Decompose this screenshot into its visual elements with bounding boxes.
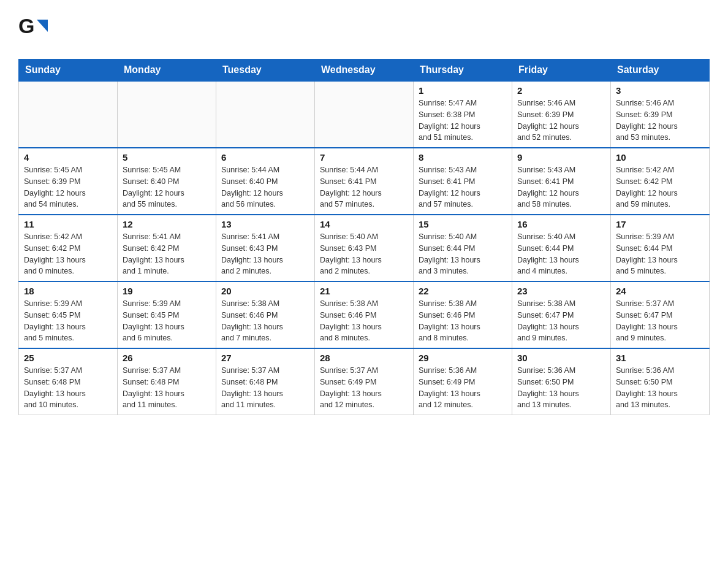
day-number: 31 bbox=[616, 353, 704, 363]
day-number: 26 bbox=[123, 353, 211, 363]
calendar-cell: 5Sunrise: 5:45 AMSunset: 6:40 PMDaylight… bbox=[118, 148, 216, 215]
day-number: 8 bbox=[419, 152, 507, 163]
logo: G bbox=[18, 12, 51, 47]
day-number: 1 bbox=[419, 85, 507, 96]
day-number: 14 bbox=[320, 219, 408, 229]
day-number: 9 bbox=[517, 152, 605, 163]
calendar-cell: 18Sunrise: 5:39 AMSunset: 6:45 PMDayligh… bbox=[19, 282, 118, 348]
column-header-tuesday: Tuesday bbox=[216, 59, 315, 82]
day-number: 23 bbox=[517, 286, 605, 296]
day-info: Sunrise: 5:37 AMSunset: 6:47 PMDaylight:… bbox=[616, 298, 704, 344]
day-info: Sunrise: 5:38 AMSunset: 6:47 PMDaylight:… bbox=[517, 298, 605, 344]
day-number: 29 bbox=[419, 353, 507, 363]
calendar-cell bbox=[315, 81, 414, 148]
day-info: Sunrise: 5:37 AMSunset: 6:48 PMDaylight:… bbox=[24, 365, 112, 411]
day-number: 25 bbox=[24, 353, 112, 363]
calendar-cell: 15Sunrise: 5:40 AMSunset: 6:44 PMDayligh… bbox=[414, 215, 512, 282]
day-info: Sunrise: 5:38 AMSunset: 6:46 PMDaylight:… bbox=[221, 298, 309, 344]
day-number: 7 bbox=[320, 152, 408, 163]
calendar-cell: 24Sunrise: 5:37 AMSunset: 6:47 PMDayligh… bbox=[611, 282, 710, 348]
calendar-cell: 10Sunrise: 5:42 AMSunset: 6:42 PMDayligh… bbox=[611, 148, 710, 215]
day-info: Sunrise: 5:43 AMSunset: 6:41 PMDaylight:… bbox=[419, 164, 507, 210]
calendar-cell: 12Sunrise: 5:41 AMSunset: 6:42 PMDayligh… bbox=[118, 215, 216, 282]
day-info: Sunrise: 5:45 AMSunset: 6:39 PMDaylight:… bbox=[24, 164, 112, 210]
day-number: 13 bbox=[221, 219, 309, 229]
day-number: 3 bbox=[616, 85, 704, 96]
day-number: 6 bbox=[221, 152, 309, 163]
day-number: 19 bbox=[123, 286, 211, 296]
calendar-cell: 1Sunrise: 5:47 AMSunset: 6:38 PMDaylight… bbox=[414, 81, 512, 148]
day-info: Sunrise: 5:46 AMSunset: 6:39 PMDaylight:… bbox=[616, 98, 704, 144]
calendar-cell: 3Sunrise: 5:46 AMSunset: 6:39 PMDaylight… bbox=[611, 81, 710, 148]
calendar-cell: 14Sunrise: 5:40 AMSunset: 6:43 PMDayligh… bbox=[315, 215, 414, 282]
calendar-cell bbox=[118, 81, 216, 148]
calendar-cell: 31Sunrise: 5:36 AMSunset: 6:50 PMDayligh… bbox=[611, 348, 710, 415]
logo-icon: G bbox=[18, 12, 48, 47]
day-info: Sunrise: 5:41 AMSunset: 6:43 PMDaylight:… bbox=[221, 231, 309, 277]
day-number: 27 bbox=[221, 353, 309, 363]
calendar-cell: 21Sunrise: 5:38 AMSunset: 6:46 PMDayligh… bbox=[315, 282, 414, 348]
calendar-cell: 20Sunrise: 5:38 AMSunset: 6:46 PMDayligh… bbox=[216, 282, 315, 348]
svg-marker-1 bbox=[37, 20, 48, 32]
day-info: Sunrise: 5:37 AMSunset: 6:48 PMDaylight:… bbox=[123, 365, 211, 411]
day-number: 16 bbox=[517, 219, 605, 229]
day-info: Sunrise: 5:42 AMSunset: 6:42 PMDaylight:… bbox=[24, 231, 112, 277]
calendar-cell bbox=[19, 81, 118, 148]
day-info: Sunrise: 5:40 AMSunset: 6:44 PMDaylight:… bbox=[517, 231, 605, 277]
week-row-1: 1Sunrise: 5:47 AMSunset: 6:38 PMDaylight… bbox=[19, 81, 710, 148]
day-number: 20 bbox=[221, 286, 309, 296]
calendar-cell: 4Sunrise: 5:45 AMSunset: 6:39 PMDaylight… bbox=[19, 148, 118, 215]
day-info: Sunrise: 5:47 AMSunset: 6:38 PMDaylight:… bbox=[419, 98, 507, 144]
day-number: 2 bbox=[517, 85, 605, 96]
day-info: Sunrise: 5:44 AMSunset: 6:41 PMDaylight:… bbox=[320, 164, 408, 210]
column-header-friday: Friday bbox=[512, 59, 611, 82]
day-info: Sunrise: 5:39 AMSunset: 6:44 PMDaylight:… bbox=[616, 231, 704, 277]
day-info: Sunrise: 5:38 AMSunset: 6:46 PMDaylight:… bbox=[320, 298, 408, 344]
calendar-cell: 19Sunrise: 5:39 AMSunset: 6:45 PMDayligh… bbox=[118, 282, 216, 348]
svg-text:G: G bbox=[18, 14, 34, 37]
week-row-3: 11Sunrise: 5:42 AMSunset: 6:42 PMDayligh… bbox=[19, 215, 710, 282]
column-header-monday: Monday bbox=[118, 59, 216, 82]
calendar-cell: 29Sunrise: 5:36 AMSunset: 6:49 PMDayligh… bbox=[414, 348, 512, 415]
column-header-saturday: Saturday bbox=[611, 59, 710, 82]
calendar-cell: 25Sunrise: 5:37 AMSunset: 6:48 PMDayligh… bbox=[19, 348, 118, 415]
calendar-cell: 6Sunrise: 5:44 AMSunset: 6:40 PMDaylight… bbox=[216, 148, 315, 215]
calendar-cell: 27Sunrise: 5:37 AMSunset: 6:48 PMDayligh… bbox=[216, 348, 315, 415]
calendar-cell: 8Sunrise: 5:43 AMSunset: 6:41 PMDaylight… bbox=[414, 148, 512, 215]
day-number: 4 bbox=[24, 152, 112, 163]
calendar-cell: 22Sunrise: 5:38 AMSunset: 6:46 PMDayligh… bbox=[414, 282, 512, 348]
day-number: 12 bbox=[123, 219, 211, 229]
day-info: Sunrise: 5:40 AMSunset: 6:44 PMDaylight:… bbox=[419, 231, 507, 277]
calendar-cell: 11Sunrise: 5:42 AMSunset: 6:42 PMDayligh… bbox=[19, 215, 118, 282]
day-info: Sunrise: 5:37 AMSunset: 6:48 PMDaylight:… bbox=[221, 365, 309, 411]
day-number: 17 bbox=[616, 219, 704, 229]
day-number: 24 bbox=[616, 286, 704, 296]
day-number: 18 bbox=[24, 286, 112, 296]
day-info: Sunrise: 5:40 AMSunset: 6:43 PMDaylight:… bbox=[320, 231, 408, 277]
day-number: 28 bbox=[320, 353, 408, 363]
day-info: Sunrise: 5:46 AMSunset: 6:39 PMDaylight:… bbox=[517, 98, 605, 144]
calendar-header-row: SundayMondayTuesdayWednesdayThursdayFrid… bbox=[19, 59, 710, 82]
day-number: 22 bbox=[419, 286, 507, 296]
calendar-cell: 30Sunrise: 5:36 AMSunset: 6:50 PMDayligh… bbox=[512, 348, 611, 415]
day-number: 5 bbox=[123, 152, 211, 163]
calendar-cell: 26Sunrise: 5:37 AMSunset: 6:48 PMDayligh… bbox=[118, 348, 216, 415]
column-header-thursday: Thursday bbox=[414, 59, 512, 82]
calendar-cell: 17Sunrise: 5:39 AMSunset: 6:44 PMDayligh… bbox=[611, 215, 710, 282]
day-info: Sunrise: 5:36 AMSunset: 6:50 PMDaylight:… bbox=[517, 365, 605, 411]
day-number: 21 bbox=[320, 286, 408, 296]
day-number: 11 bbox=[24, 219, 112, 229]
calendar-table: SundayMondayTuesdayWednesdayThursdayFrid… bbox=[18, 59, 710, 415]
day-info: Sunrise: 5:41 AMSunset: 6:42 PMDaylight:… bbox=[123, 231, 211, 277]
day-info: Sunrise: 5:38 AMSunset: 6:46 PMDaylight:… bbox=[419, 298, 507, 344]
day-info: Sunrise: 5:44 AMSunset: 6:40 PMDaylight:… bbox=[221, 164, 309, 210]
page-header: G bbox=[18, 12, 710, 47]
day-info: Sunrise: 5:36 AMSunset: 6:50 PMDaylight:… bbox=[616, 365, 704, 411]
calendar-cell bbox=[216, 81, 315, 148]
day-info: Sunrise: 5:39 AMSunset: 6:45 PMDaylight:… bbox=[123, 298, 211, 344]
calendar-cell: 23Sunrise: 5:38 AMSunset: 6:47 PMDayligh… bbox=[512, 282, 611, 348]
week-row-5: 25Sunrise: 5:37 AMSunset: 6:48 PMDayligh… bbox=[19, 348, 710, 415]
day-number: 10 bbox=[616, 152, 704, 163]
calendar-cell: 28Sunrise: 5:37 AMSunset: 6:49 PMDayligh… bbox=[315, 348, 414, 415]
day-info: Sunrise: 5:39 AMSunset: 6:45 PMDaylight:… bbox=[24, 298, 112, 344]
